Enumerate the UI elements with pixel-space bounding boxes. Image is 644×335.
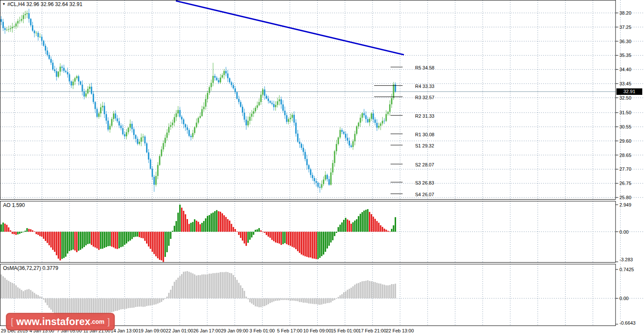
price-axis-tick: 25.80 [619,195,631,200]
pivot-level-label: R2 31.33 [415,113,435,119]
watermark-bracket-left: [ [11,317,13,327]
price-axis-tick: 27.70 [619,166,631,172]
price-axis-tick: 33.45 [619,81,631,86]
pivot-level-label: R4 33.33 [415,84,435,89]
trading-chart-window: ▼#CL,H4 32.96 32.96 32.64 32.91 AO 1.590… [0,0,644,335]
current-price-tag: 32.91 [616,88,642,95]
pivot-level-lines [374,67,403,194]
symbol-dropdown-icon: ▼ [2,2,6,6]
pivot-level-label: S1 29.32 [415,143,434,149]
pivot-level-label: S3 26.83 [415,180,434,186]
osma-value: 0.3779 [42,265,58,271]
price-axis-tick: 26.75 [619,181,631,186]
price-axis-tick: 37.25 [619,25,631,30]
ao-axis-tick: 0.00 [619,229,628,235]
ao-name: AO [3,202,10,208]
chart-legend: ▼#CL,H4 32.96 32.96 32.64 32.91 [2,1,82,7]
pivot-level-label: S2 28.07 [415,162,434,168]
price-axis-tick: 30.55 [619,124,631,129]
svg-ao-bars [0,205,396,262]
gridlines [0,0,643,200]
candles [0,9,396,192]
pivot-level-label: R3 32.57 [415,95,435,100]
current-price-value: 32.91 [623,89,635,94]
price-chart-canvas[interactable] [0,0,644,200]
price-axis-tick: 29.60 [619,138,631,144]
price-axis-tick: 28.65 [619,153,631,158]
price-axis-tick: 35.35 [619,53,631,58]
watermark-bracket-right: ] [107,317,110,327]
pivot-level-label: S4 26.07 [415,192,434,197]
ao-axis-tick: 2.949 [619,202,631,207]
ao-value: 1.590 [12,202,25,208]
price-axis-tick: 34.40 [619,67,631,72]
ao-indicator-panel[interactable]: AO 1.590 [0,201,644,263]
ao-title: AO 1.590 [3,202,25,208]
price-axis-tick: 36.30 [619,39,631,44]
osma-axis-tick: 0.00 [619,296,628,301]
ao-axis-tick: -3.283 [619,257,633,262]
price-axis-tick: 38.20 [619,10,631,16]
main-panel-border [0,0,616,200]
time-axis-label: 22 Feb 13:00 [381,328,419,333]
osma-name: OsMA(36,72,27) [3,265,41,271]
pivot-level-label: R1 30.08 [415,132,435,138]
legend-ohlc: 32.96 32.96 32.64 32.91 [26,1,82,7]
watermark-suffix: .com [91,318,105,325]
osma-axis-tick: -0.6643 [619,320,635,326]
price-chart-panel[interactable]: ▼#CL,H4 32.96 32.96 32.64 32.91 [0,0,644,200]
instaforex-watermark: [www.instaforex.com] [6,313,115,330]
osma-title: OsMA(36,72,27) 0.3779 [3,265,58,271]
price-axis-tick: 32.50 [619,95,631,100]
watermark-text: www.instaforex [16,316,91,328]
pivot-level-label: R5 34.58 [415,65,435,71]
price-axis-tick: 31.50 [619,110,631,115]
osma-axis-tick: 0.7425 [619,267,634,272]
legend-symbol: #CL,H4 [7,1,25,7]
ao-canvas[interactable] [0,201,644,263]
